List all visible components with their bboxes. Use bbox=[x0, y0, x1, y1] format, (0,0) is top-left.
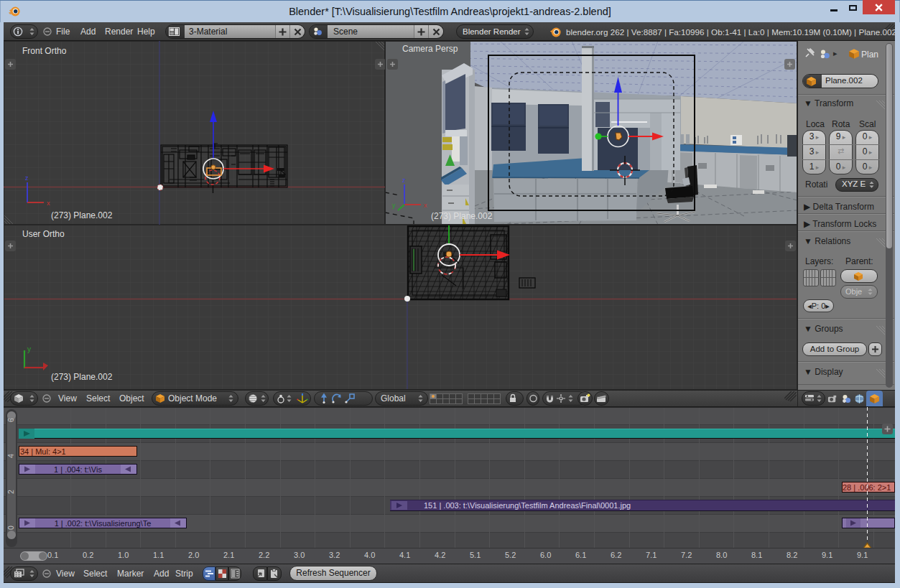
svg-text:y: y bbox=[392, 202, 396, 209]
svg-text:User Ortho: User Ortho bbox=[22, 229, 65, 239]
svg-text:Camera Persp: Camera Persp bbox=[402, 44, 458, 54]
svg-text:x: x bbox=[47, 200, 50, 207]
svg-text:(273) Plane.002: (273) Plane.002 bbox=[51, 372, 113, 382]
svg-text:y: y bbox=[27, 345, 31, 353]
svg-text:(273) Plane.002: (273) Plane.002 bbox=[431, 211, 493, 221]
svg-text:Front Ortho: Front Ortho bbox=[22, 46, 67, 56]
svg-text:x: x bbox=[424, 202, 427, 209]
svg-text:(273) Plane.002: (273) Plane.002 bbox=[51, 210, 113, 220]
svg-text:z: z bbox=[402, 177, 406, 184]
svg-text:z: z bbox=[25, 174, 29, 182]
